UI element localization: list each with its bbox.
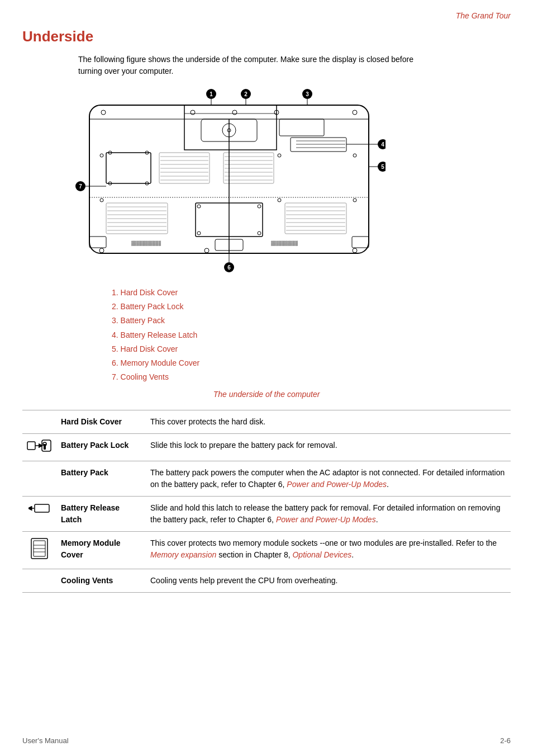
- svg-text:▓▓▓▓▓▓▓▓▓▓: ▓▓▓▓▓▓▓▓▓▓: [271, 240, 298, 246]
- icon-cell: [22, 434, 56, 461]
- desc-cell: This cover protects two memory module so…: [146, 532, 511, 569]
- desc-cell: This cover protects the hard disk.: [146, 410, 511, 434]
- table-row: Battery Release Latch Slide and hold thi…: [22, 497, 511, 532]
- svg-text:3: 3: [306, 91, 309, 97]
- table-row: Cooling Vents Cooling vents help prevent…: [22, 569, 511, 593]
- label-cell: Battery Pack Lock: [56, 434, 146, 461]
- table-row: Battery Pack The battery pack powers the…: [22, 461, 511, 497]
- svg-text:5: 5: [381, 164, 384, 170]
- label-cell: Memory Module Cover: [56, 532, 146, 569]
- component-table: Hard Disk Cover This cover protects the …: [22, 410, 511, 593]
- list-item-3: 3. Battery Pack: [112, 314, 511, 328]
- label-cell: Battery Pack: [56, 461, 146, 497]
- component-list: 1. Hard Disk Cover 2. Battery Pack Lock …: [112, 286, 511, 384]
- label-cell: Hard Disk Cover: [56, 410, 146, 434]
- svg-text:6: 6: [227, 264, 231, 271]
- label-cell: Battery Release Latch: [56, 497, 146, 532]
- intro-text: The following figure shows the underside…: [78, 54, 413, 77]
- icon-cell: [22, 410, 56, 434]
- link-power-up-2[interactable]: Power and Power-Up Modes: [276, 515, 376, 524]
- svg-text:2: 2: [244, 91, 248, 97]
- section-title: Underside: [22, 28, 511, 45]
- list-item-1: 1. Hard Disk Cover: [112, 286, 511, 300]
- svg-text:7: 7: [79, 183, 82, 190]
- table-row: Hard Disk Cover This cover protects the …: [22, 410, 511, 434]
- svg-text:4: 4: [381, 141, 384, 148]
- desc-cell: Cooling vents help prevent the CPU from …: [146, 569, 511, 593]
- svg-text:▓▓▓▓▓▓▓▓▓▓▓: ▓▓▓▓▓▓▓▓▓▓▓: [131, 240, 161, 246]
- footer-right: 2-6: [500, 736, 511, 745]
- desc-cell: Slide and hold this latch to release the…: [146, 497, 511, 532]
- icon-cell: [22, 569, 56, 593]
- link-optional-devices[interactable]: Optional Devices: [292, 550, 351, 559]
- table-row: Battery Pack Lock Slide this lock to pre…: [22, 434, 511, 461]
- list-item-2: 2. Battery Pack Lock: [112, 300, 511, 314]
- chapter-title: The Grand Tour: [456, 11, 511, 20]
- svg-text:1: 1: [210, 91, 213, 97]
- label-cell: Cooling Vents: [56, 569, 146, 593]
- svg-rect-96: [27, 442, 35, 450]
- icon-cell: [22, 532, 56, 569]
- svg-rect-99: [44, 444, 46, 450]
- desc-cell: Slide this lock to prepare the battery p…: [146, 434, 511, 461]
- icon-cell: [22, 497, 56, 532]
- svg-rect-102: [35, 504, 49, 512]
- list-item-5: 5. Hard Disk Cover: [112, 342, 511, 356]
- svg-rect-98: [42, 440, 51, 451]
- icon-cell: [22, 461, 56, 497]
- list-item-4: 4. Battery Release Latch: [112, 328, 511, 342]
- footer-left: User's Manual: [22, 736, 69, 745]
- desc-cell: The battery pack powers the computer whe…: [146, 461, 511, 497]
- diagram-caption: The underside of the computer: [22, 390, 511, 399]
- table-row: Memory Module Cover This cover protects …: [22, 532, 511, 569]
- list-item-6: 6. Memory Module Cover: [112, 356, 511, 370]
- link-power-up-1[interactable]: Power and Power-Up Modes: [287, 480, 387, 489]
- list-item-7: 7. Cooling Vents: [112, 370, 511, 384]
- diagram-container: ▓▓▓▓▓▓▓▓▓▓▓ ▓▓▓▓▓▓▓▓▓▓ 1: [67, 88, 391, 275]
- link-memory-expansion[interactable]: Memory expansion: [150, 550, 216, 559]
